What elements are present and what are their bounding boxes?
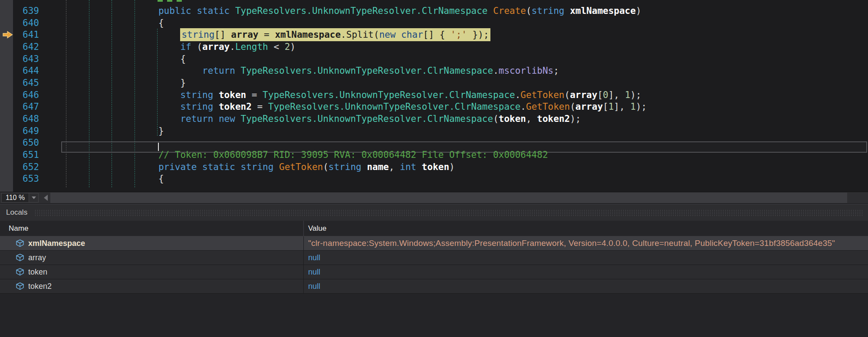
column-header-name[interactable]: Name [0,221,304,236]
code-text: string[] array = xmlNamespace.Split(new … [49,29,490,40]
code-line[interactable]: 639 public static TypeResolvers.UnknownT… [0,5,868,17]
code-lines: 639 public static TypeResolvers.UnknownT… [0,5,868,185]
line-number[interactable]: 639 [0,6,39,16]
code-line[interactable]: 644 return TypeResolvers.UnknownTypeReso… [0,65,868,77]
field-icon [16,282,24,290]
variable-name-cell: token2 [0,279,304,293]
line-number[interactable]: 640 [0,18,39,28]
line-number[interactable]: 651 [0,150,39,160]
variable-row-xmlnamespace[interactable]: xmlNamespace "clr-namespace:System.Windo… [0,236,868,251]
horizontal-scrollbar[interactable] [39,192,868,203]
code-text: private static string GetToken(string na… [49,162,455,172]
field-icon [16,254,24,262]
code-line[interactable]: 648 return new TypeResolvers.UnknownType… [0,113,868,125]
variable-name: token [28,268,47,277]
debugger-window: 639 public static TypeResolvers.UnknownT… [0,0,868,337]
variable-value-cell[interactable]: null [304,279,868,293]
code-text: { [49,173,164,184]
locals-title-bar[interactable]: Locals [0,204,868,221]
zoom-level-select[interactable]: 110 % [1,193,39,203]
variable-value: null [308,282,320,291]
code-text: // Token: 0x060098B7 RID: 39095 RVA: 0x0… [49,150,548,160]
code-text: if (array.Length < 2) [49,42,296,52]
column-header-value-label: Value [308,224,326,233]
editor-bottom-bar: 110 % [0,192,868,203]
code-line[interactable]: 652 private static string GetToken(strin… [0,161,868,173]
current-statement-highlight: string[] array = xmlNamespace.Split(new … [180,28,490,41]
code-line[interactable]: 646 string token = TypeResolvers.Unknown… [0,89,868,101]
code-line[interactable]: 651 // Token: 0x060098B7 RID: 39095 RVA:… [0,149,868,161]
variable-value-cell[interactable]: null [304,251,868,265]
code-text: } [49,78,186,88]
field-icon [16,239,24,247]
zoom-dropdown-button[interactable] [29,193,38,202]
code-text: { [49,54,186,64]
code-text: return new TypeResolvers.UnknownTypeReso… [49,114,581,124]
line-number[interactable]: 647 [0,101,39,112]
column-header-name-label: Name [9,224,28,233]
execution-pointer-icon[interactable] [2,31,13,39]
text-caret [158,143,159,151]
code-line[interactable]: 649 } [0,125,868,137]
code-line[interactable]: 641 string[] array = xmlNamespace.Split(… [0,29,868,41]
code-text: { [49,18,164,28]
variable-name-cell: xmlNamespace [0,236,304,250]
variable-value-cell[interactable]: "clr-namespace:System.Windows;Assembly:P… [304,236,868,250]
variable-name-cell: array [0,251,304,265]
variable-row-token2[interactable]: token2 null [0,279,868,294]
variable-name: token2 [28,282,52,291]
variable-value: null [308,253,320,262]
variable-name: xmlNamespace [28,239,85,248]
code-text: string token2 = TypeResolvers.UnknownTyp… [49,101,647,112]
code-line[interactable]: 640 { [0,17,868,29]
line-number[interactable]: 643 [0,54,39,64]
code-text: return TypeResolvers.UnknownTypeResolver… [49,65,559,76]
line-number[interactable]: 652 [0,162,39,172]
code-line[interactable]: 647 string token2 = TypeResolvers.Unknow… [0,101,868,113]
line-number[interactable]: 650 [0,137,39,148]
code-line[interactable]: 643 { [0,53,868,65]
locals-column-headers: Name Value [0,221,868,236]
zoom-level-value: 110 % [2,194,29,202]
code-text: } [49,126,164,136]
line-number[interactable]: 649 [0,126,39,136]
code-line[interactable]: 642 if (array.Length < 2) [0,41,868,53]
field-icon [16,268,24,276]
line-number[interactable]: 648 [0,114,39,124]
locals-panel: Locals Name Value xmlNamespace [0,204,868,337]
variable-value: null [308,268,320,277]
code-line[interactable]: 645 } [0,77,868,89]
variable-row-token[interactable]: token null [0,265,868,279]
scrollbar-thumb[interactable] [50,193,847,203]
chevron-down-icon [32,196,36,199]
code-editor[interactable]: 639 public static TypeResolvers.UnknownT… [0,0,868,192]
clipped-comment-fragment [158,0,163,2]
scroll-left-icon[interactable] [44,195,48,201]
variable-value: "clr-namespace:System.Windows;Assembly:P… [308,239,835,248]
code-text: string token = TypeResolvers.UnknownType… [49,90,641,100]
variable-name: array [28,253,46,262]
variable-name-cell: token [0,265,304,279]
code-line[interactable]: 653 { [0,173,868,185]
line-number[interactable]: 646 [0,90,39,100]
code-line[interactable]: 650 [0,137,868,149]
code-text: public static TypeResolvers.UnknownTypeR… [49,6,641,16]
variable-value-cell[interactable]: null [304,265,868,279]
line-number[interactable]: 642 [0,42,39,52]
titlebar-grip-texture [34,209,863,216]
line-number[interactable]: 644 [0,65,39,76]
locals-title: Locals [6,208,27,217]
line-number[interactable]: 653 [0,173,39,184]
variable-row-array[interactable]: array null [0,251,868,265]
column-header-value[interactable]: Value [304,221,868,236]
line-number[interactable]: 645 [0,78,39,88]
